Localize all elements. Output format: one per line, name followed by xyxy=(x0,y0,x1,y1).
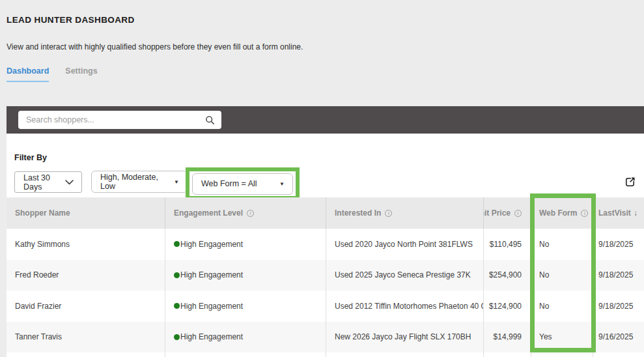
sort-desc-icon[interactable]: ↓ xyxy=(634,208,644,218)
unit-price-cell: $110,495 xyxy=(483,229,531,260)
date-range-value: Last 30 Days xyxy=(23,173,65,192)
engagement-cell: High Engagement xyxy=(165,229,326,260)
tab-dashboard[interactable]: Dashboard xyxy=(7,66,49,82)
interested-in-cell: New 2026 Jayco Jay Flight SLX 170BH xyxy=(326,322,483,353)
page-title: LEAD HUNTER DASHBOARD xyxy=(7,15,135,25)
export-button[interactable] xyxy=(622,174,637,190)
unit-price-cell: $14,999 xyxy=(483,322,531,353)
table-row[interactable]: Fred Roeder High Engagement Used 2025 Ja… xyxy=(7,260,644,291)
chevron-down-icon xyxy=(65,180,74,185)
unit-price-cell: $254,900 xyxy=(483,260,531,291)
column-header-web-form[interactable]: Web Form i xyxy=(531,197,593,229)
filter-by-label: Filter By xyxy=(14,153,47,162)
engagement-cell: High Engagement xyxy=(165,322,326,353)
shoppers-table: Shopper Name Engagement Level i Interest… xyxy=(7,197,644,357)
column-header-last-visit[interactable]: LastVisit ↓ xyxy=(593,197,644,229)
last-visit-cell: 9/18/2025 xyxy=(593,229,644,260)
unit-price-cell: $124,900 xyxy=(483,291,531,322)
column-header-engagement-level[interactable]: Engagement Level i xyxy=(165,197,326,229)
info-icon[interactable]: i xyxy=(247,210,254,217)
caret-down-icon: ▼ xyxy=(174,179,179,185)
search-input-wrap xyxy=(18,111,221,129)
info-icon[interactable]: i xyxy=(385,210,392,217)
last-visit-cell: 9/18/2025 xyxy=(593,260,644,291)
engagement-label: High Engagement xyxy=(180,332,243,341)
info-icon[interactable]: i xyxy=(514,210,522,217)
interested-in-cell: Used 2020 Jayco North Point 381FLWS xyxy=(326,229,483,260)
engagement-dot-icon xyxy=(174,303,180,309)
search-icon[interactable] xyxy=(205,115,215,125)
caret-down-icon: ▼ xyxy=(279,181,285,187)
column-header-unit-price[interactable]: Unit Price i xyxy=(483,197,531,229)
column-header-interested-in[interactable]: Interested In i xyxy=(326,197,483,229)
engagement-dropdown[interactable]: High, Moderate, Low ▼ xyxy=(91,171,188,193)
web-form-dropdown[interactable]: Web Form = All ▼ xyxy=(192,173,293,195)
web-form-filter-highlight: Web Form = All ▼ xyxy=(186,167,300,200)
table-row[interactable]: Kathy Simmons High Engagement Used 2020 … xyxy=(7,229,644,260)
page-subtitle: View and interact with highly qualified … xyxy=(7,42,303,51)
web-form-cell: No xyxy=(531,260,593,291)
export-icon xyxy=(624,176,636,188)
interested-in-cell: Used 2012 Tiffin Motorhomes Phaeton 40 Q… xyxy=(326,291,483,322)
tab-settings[interactable]: Settings xyxy=(65,66,97,82)
web-form-cell: No xyxy=(531,229,593,260)
web-form-cell: Yes xyxy=(531,322,593,353)
engagement-label: High Engagement xyxy=(180,270,243,279)
interested-in-cell: Used 2025 Jayco Seneca Prestige 37K xyxy=(326,260,483,291)
date-range-dropdown[interactable]: Last 30 Days xyxy=(14,171,82,193)
shopper-name-cell: Kathy Simmons xyxy=(7,229,165,260)
engagement-cell: High Engagement xyxy=(165,260,326,291)
engagement-label: High Engagement xyxy=(180,240,243,249)
web-form-filter-value: Web Form = All xyxy=(201,179,257,188)
engagement-cell: High Engagement xyxy=(165,291,326,322)
table-row[interactable]: Tanner Travis High Engagement New 2026 J… xyxy=(7,322,644,353)
engagement-dot-icon xyxy=(174,334,180,340)
info-icon[interactable]: i xyxy=(581,210,588,217)
column-header-shopper-name[interactable]: Shopper Name xyxy=(7,197,165,229)
content-panel: Filter By Last 30 Days High, Moderate, L… xyxy=(7,134,644,357)
engagement-dot-icon xyxy=(174,241,180,247)
table-row[interactable]: David Frazier High Engagement Used 2012 … xyxy=(7,291,644,322)
engagement-label: High Engagement xyxy=(180,302,243,311)
engagement-dot-icon xyxy=(174,272,180,278)
search-input[interactable] xyxy=(18,115,205,124)
last-visit-cell: 9/16/2025 xyxy=(593,322,644,353)
lead-hunter-dashboard: LEAD HUNTER DASHBOARD View and interact … xyxy=(0,0,644,357)
shopper-name-cell: Tanner Travis xyxy=(7,322,165,353)
shopper-name-cell: Fred Roeder xyxy=(7,260,165,291)
tab-bar: Dashboard Settings xyxy=(7,66,98,82)
search-bar xyxy=(7,106,644,134)
web-form-cell: No xyxy=(531,291,593,322)
table-header-row: Shopper Name Engagement Level i Interest… xyxy=(7,197,644,229)
shopper-name-cell: David Frazier xyxy=(7,291,165,322)
last-visit-cell: 9/18/2025 xyxy=(593,291,644,322)
table-row-partial xyxy=(7,352,644,357)
engagement-filter-value: High, Moderate, Low xyxy=(100,173,174,191)
